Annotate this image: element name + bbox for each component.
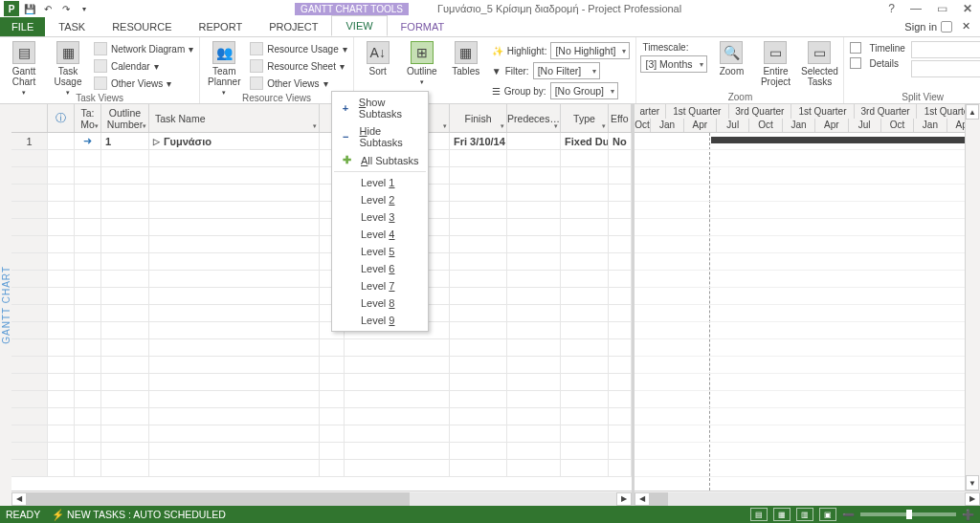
level-2-item[interactable]: Level 2: [334, 191, 426, 208]
row-number-cell[interactable]: [11, 167, 48, 184]
type-header[interactable]: Type▾: [561, 104, 609, 132]
zoom-in-icon[interactable]: ➕: [962, 509, 974, 521]
scroll-up-icon[interactable]: ▲: [966, 104, 979, 120]
table-row[interactable]: [11, 391, 632, 408]
expand-icon[interactable]: ▷: [153, 137, 160, 146]
entire-project-button[interactable]: ▭ Entire Project: [755, 39, 795, 87]
redo-icon[interactable]: ↷: [58, 1, 74, 16]
table-row[interactable]: [11, 443, 632, 460]
table-row[interactable]: [11, 219, 632, 236]
finish-header[interactable]: Finish▾: [450, 104, 507, 132]
view-shortcut-1[interactable]: ▤: [750, 508, 768, 521]
row-number-cell[interactable]: [11, 425, 48, 442]
doc-close-icon[interactable]: ✕: [962, 20, 970, 33]
predecessors-header[interactable]: Predeces…▾: [507, 104, 561, 132]
zoom-button[interactable]: 🔍 Zoom: [711, 39, 751, 76]
gantt-hscroll[interactable]: ◀ ▶: [635, 490, 980, 506]
view-shortcut-3[interactable]: ▥: [796, 508, 813, 521]
gantt-chart-button[interactable]: ▤ Gantt Chart ▾: [4, 39, 44, 97]
view-shortcut-4[interactable]: ▣: [819, 508, 836, 521]
level-4-item[interactable]: Level 4: [334, 226, 426, 243]
status-new-tasks[interactable]: ⚡ NEW TASKS : AUTO SCHEDULED: [52, 509, 226, 521]
table-row[interactable]: [11, 236, 632, 253]
table-row[interactable]: [11, 288, 632, 305]
view-shortcut-2[interactable]: ▦: [773, 508, 791, 521]
sort-button[interactable]: A↓ Sort: [358, 39, 398, 76]
task-mode-header[interactable]: Ta: Mo▾: [75, 104, 101, 132]
row-number-cell[interactable]: [11, 236, 48, 252]
table-row[interactable]: [11, 374, 632, 391]
level-6-item[interactable]: Level 6: [334, 260, 426, 277]
table-row[interactable]: [11, 150, 632, 167]
table-row[interactable]: [11, 339, 632, 357]
table-row[interactable]: [11, 185, 632, 202]
table-row[interactable]: 1 ➜ 1 ▷Γυμνάσιο 6 Fri 3/10/14 Fixed Dura…: [11, 133, 632, 150]
groupby-combo[interactable]: [No Group]: [550, 82, 618, 99]
table-row[interactable]: [11, 271, 632, 288]
level-9-item[interactable]: Level 9: [334, 312, 426, 329]
outline-number-cell[interactable]: 1: [101, 133, 149, 149]
resource-sheet-button[interactable]: Resource Sheet ▾: [248, 58, 348, 74]
row-number-cell[interactable]: [11, 202, 48, 218]
scroll-down-icon[interactable]: ▼: [966, 475, 979, 490]
row-number-cell[interactable]: [11, 271, 48, 287]
level-8-item[interactable]: Level 8: [334, 294, 426, 312]
sign-in-link[interactable]: Sign in ✕: [895, 16, 980, 36]
calendar-button[interactable]: Calendar ▾: [92, 58, 195, 74]
timeline-check[interactable]: Timeline: [848, 41, 906, 54]
details-check[interactable]: Details: [848, 56, 906, 70]
other-views-2-button[interactable]: Other Views ▾: [248, 76, 348, 91]
all-subtasks-item[interactable]: ✚All Subtasks: [334, 151, 426, 169]
row-number-cell[interactable]: [11, 374, 48, 390]
table-row[interactable]: [11, 167, 632, 185]
network-diagram-button[interactable]: Network Diagram ▾: [92, 41, 195, 56]
table-row[interactable]: [11, 425, 632, 443]
tables-button[interactable]: ▦ Tables: [446, 39, 486, 76]
highlight-combo[interactable]: [No Highlight]: [550, 42, 630, 59]
timescale-combo[interactable]: [3] Months: [640, 55, 707, 73]
table-row[interactable]: [11, 460, 632, 477]
table-row[interactable]: [11, 357, 632, 374]
table-hscroll[interactable]: ◀ ▶: [11, 490, 632, 506]
close-icon[interactable]: ✕: [959, 2, 976, 15]
save-icon[interactable]: 💾: [22, 1, 37, 16]
scroll-left-icon[interactable]: ◀: [635, 492, 650, 506]
row-number-cell[interactable]: [11, 339, 48, 356]
gantt-timescale-header[interactable]: arter 1st Quarter 3rd Quarter 1st Quarte…: [635, 104, 980, 133]
team-planner-button[interactable]: 👥 Team Planner ▾: [204, 39, 244, 97]
filter-combo[interactable]: [No Filter]: [533, 62, 600, 79]
effort-header[interactable]: Effo: [609, 104, 632, 132]
task-name-cell[interactable]: ▷Γυμνάσιο: [149, 133, 320, 149]
scroll-right-icon[interactable]: ▶: [965, 492, 980, 506]
table-row[interactable]: [11, 305, 632, 322]
help-icon[interactable]: ?: [884, 2, 899, 15]
task-mode-cell[interactable]: ➜: [75, 133, 101, 149]
effort-cell[interactable]: No: [609, 133, 632, 149]
show-subtasks-item[interactable]: +Show Subtasks: [334, 94, 426, 122]
outline-number-header[interactable]: Outline Number▾: [101, 104, 149, 132]
file-tab[interactable]: FILE: [0, 17, 45, 36]
task-name-header[interactable]: Task Name▾: [149, 104, 320, 132]
hide-subtasks-item[interactable]: −Hide Subtasks: [334, 122, 426, 151]
level-5-item[interactable]: Level 5: [334, 243, 426, 260]
type-cell[interactable]: Fixed Dura: [561, 133, 609, 149]
row-number-cell[interactable]: [11, 305, 48, 321]
resource-tab[interactable]: RESOURCE: [99, 17, 185, 36]
vertical-scrollbar[interactable]: ▲ ▼: [965, 104, 980, 490]
row-number-cell[interactable]: [11, 357, 48, 373]
row-number-cell[interactable]: [11, 219, 48, 235]
gantt-chart-body[interactable]: [635, 133, 980, 490]
task-usage-button[interactable]: ▦ Task Usage ▾: [48, 39, 88, 97]
resource-usage-button[interactable]: Resource Usage ▾: [248, 41, 348, 56]
scroll-left-icon[interactable]: ◀: [11, 492, 27, 506]
predecessors-cell[interactable]: [507, 133, 561, 149]
view-side-label[interactable]: GANTT CHART: [0, 104, 11, 506]
row-number-cell[interactable]: 1: [11, 133, 48, 149]
level-7-item[interactable]: Level 7: [334, 277, 426, 294]
row-number-cell[interactable]: [11, 253, 48, 270]
task-tab[interactable]: TASK: [45, 17, 99, 36]
row-number-cell[interactable]: [11, 443, 48, 459]
row-number-cell[interactable]: [11, 185, 48, 201]
scroll-right-icon[interactable]: ▶: [616, 492, 632, 506]
row-number-cell[interactable]: [11, 460, 48, 476]
